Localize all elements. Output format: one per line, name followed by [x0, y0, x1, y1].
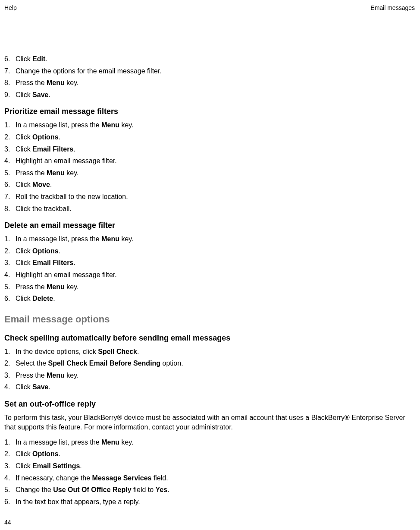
- step-bold: Use Out Of Office Reply: [53, 486, 131, 493]
- step-text: Press the Menu key.: [16, 79, 78, 86]
- step-text: In the device options, click Spell Check…: [16, 348, 139, 355]
- steps-list-ooo: 1.In a message list, press the Menu key.…: [4, 438, 415, 507]
- out-of-office-paragraph: To perform this task, your BlackBerry® d…: [4, 413, 415, 432]
- step-text: Highlight an email message filter.: [16, 157, 117, 164]
- step-bold: Menu: [101, 235, 119, 243]
- step-number: 4.: [4, 473, 15, 483]
- step-number: 4.: [4, 382, 15, 392]
- step-number: 3.: [4, 371, 15, 380]
- list-item: 5.Press the Menu key.: [16, 282, 415, 292]
- list-item: 2.Click Options.: [16, 132, 415, 142]
- list-item: 9.Click Save.: [16, 90, 415, 100]
- step-bold: Yes: [156, 486, 168, 493]
- step-number: 4.: [4, 270, 15, 280]
- step-number: 2.: [4, 449, 15, 459]
- step-bold: Email Filters: [32, 145, 73, 153]
- list-item: 1.In a message list, press the Menu key.: [16, 438, 415, 447]
- list-item: 3.Press the Menu key.: [16, 371, 415, 380]
- step-number: 5.: [4, 282, 15, 292]
- list-item: 6.In the text box that appears, type a r…: [16, 497, 415, 507]
- step-number: 6.: [4, 180, 15, 189]
- step-number: 1.: [4, 438, 15, 447]
- step-text: In a message list, press the Menu key.: [16, 439, 134, 446]
- step-text: In a message list, press the Menu key.: [16, 235, 134, 243]
- step-number: 7.: [4, 66, 15, 76]
- step-number: 3.: [4, 461, 15, 471]
- step-text: Click Email Settings.: [16, 462, 82, 470]
- steps-list-continued: 6.Click Edit.7.Change the options for th…: [4, 54, 415, 99]
- step-bold: Email Filters: [32, 259, 73, 266]
- step-text: Click Save.: [16, 383, 50, 391]
- list-item: 3.Click Email Settings.: [16, 461, 415, 471]
- step-number: 8.: [4, 78, 15, 88]
- list-item: 1.In a message list, press the Menu key.: [16, 120, 415, 130]
- step-bold: Spell Check: [98, 348, 137, 355]
- step-text: Click Delete.: [16, 295, 55, 302]
- step-text: Select the Spell Check Email Before Send…: [16, 360, 183, 367]
- header-left: Help: [4, 4, 17, 11]
- step-text: In the text box that appears, type a rep…: [16, 498, 140, 505]
- step-bold: Edit: [32, 55, 45, 63]
- step-text: Click Edit.: [16, 55, 47, 63]
- list-item: 4.Click Save.: [16, 382, 415, 392]
- step-text: Change the Use Out Of Office Reply field…: [16, 486, 169, 493]
- step-number: 6.: [4, 497, 15, 507]
- step-number: 7.: [4, 192, 15, 202]
- step-bold: Spell Check Email Before Sending: [48, 360, 161, 367]
- step-text: Click Move.: [16, 181, 52, 188]
- step-bold: Options: [32, 450, 58, 457]
- heading-spell-check: Check spelling automatically before send…: [4, 334, 415, 343]
- step-number: 1.: [4, 120, 15, 130]
- step-number: 3.: [4, 145, 15, 154]
- steps-list-prioritize: 1.In a message list, press the Menu key.…: [4, 120, 415, 213]
- step-bold: Options: [32, 133, 58, 141]
- list-item: 3.Click Email Filters.: [16, 145, 415, 154]
- step-text: Click Options.: [16, 133, 60, 141]
- step-number: 8.: [4, 204, 15, 214]
- list-item: 6.Click Edit.: [16, 54, 415, 64]
- step-bold: Message Services: [92, 474, 152, 482]
- list-item: 1.In a message list, press the Menu key.: [16, 234, 415, 244]
- list-item: 4.Highlight an email message filter.: [16, 156, 415, 166]
- heading-email-options: Email message options: [4, 314, 415, 325]
- step-number: 4.: [4, 156, 15, 166]
- step-bold: Menu: [47, 372, 65, 379]
- step-bold: Save: [32, 91, 48, 98]
- list-item: 4.If necessary, change the Message Servi…: [16, 473, 415, 483]
- step-number: 5.: [4, 168, 15, 178]
- step-number: 6.: [4, 54, 15, 64]
- step-text: If necessary, change the Message Service…: [16, 474, 168, 482]
- step-text: Highlight an email message filter.: [16, 271, 117, 278]
- heading-out-of-office: Set an out-of-office reply: [4, 400, 415, 409]
- step-number: 2.: [4, 132, 15, 142]
- step-number: 5.: [4, 485, 15, 495]
- step-number: 9.: [4, 90, 15, 100]
- list-item: 6.Click Delete.: [16, 294, 415, 303]
- list-item: 2.Click Options.: [16, 449, 415, 459]
- step-bold: Move: [32, 181, 50, 188]
- step-text: In a message list, press the Menu key.: [16, 121, 134, 129]
- step-bold: Menu: [47, 169, 65, 177]
- steps-list-spellcheck: 1.In the device options, click Spell Che…: [4, 347, 415, 392]
- step-text: Press the Menu key.: [16, 372, 78, 379]
- list-item: 2.Click Options.: [16, 246, 415, 256]
- step-number: 2.: [4, 246, 15, 256]
- step-text: Click Options.: [16, 450, 60, 457]
- step-bold: Menu: [101, 439, 119, 446]
- page-header: Help Email messages: [4, 4, 415, 11]
- page-number: 44: [4, 519, 11, 526]
- step-text: Change the options for the email message…: [16, 67, 162, 75]
- list-item: 6.Click Move.: [16, 180, 415, 189]
- step-bold: Save: [32, 383, 48, 391]
- list-item: 8.Click the trackball.: [16, 204, 415, 214]
- step-bold: Menu: [47, 283, 65, 290]
- list-item: 7.Change the options for the email messa…: [16, 66, 415, 76]
- step-number: 1.: [4, 347, 15, 356]
- step-text: Press the Menu key.: [16, 169, 78, 177]
- list-item: 7.Roll the trackball to the new location…: [16, 192, 415, 202]
- step-text: Click Email Filters.: [16, 259, 75, 266]
- step-text: Click the trackball.: [16, 205, 72, 212]
- step-text: Click Save.: [16, 91, 50, 98]
- step-number: 6.: [4, 294, 15, 303]
- header-right: Email messages: [370, 4, 415, 11]
